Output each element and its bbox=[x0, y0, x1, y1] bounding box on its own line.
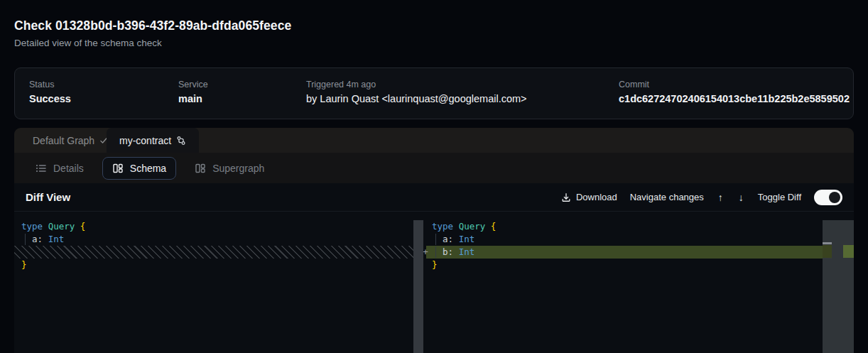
code-line: type Query { bbox=[14, 220, 423, 233]
toggle-diff-label: Toggle Diff bbox=[758, 192, 801, 202]
code-line: } bbox=[426, 259, 854, 271]
navigate-changes-label: Navigate changes bbox=[630, 192, 704, 202]
right-editor-scrollbar[interactable] bbox=[823, 220, 854, 353]
download-icon bbox=[561, 192, 571, 202]
code-line: type Query { bbox=[426, 220, 854, 233]
service-label: Service bbox=[178, 80, 208, 89]
page-title: Check 01328b0d-b396-43f2-89ab-dfda065fee… bbox=[14, 18, 291, 33]
left-editor-scrollbar[interactable] bbox=[413, 220, 423, 353]
code-line: a: Int bbox=[14, 233, 423, 246]
code-line: a: Int bbox=[426, 233, 854, 246]
page-subtitle: Detailed view of the schema check bbox=[14, 38, 162, 48]
tab-my-contract-label: my-contract bbox=[119, 135, 171, 146]
tab-supergraph[interactable]: Supergraph bbox=[185, 157, 274, 180]
download-label: Download bbox=[576, 192, 617, 202]
view-tab-bar: Details Schema Supergraph bbox=[14, 153, 854, 183]
triggered-label: Triggered 4m ago bbox=[306, 80, 527, 89]
tab-supergraph-label: Supergraph bbox=[212, 163, 264, 174]
commit-label: Commit bbox=[619, 80, 850, 89]
tab-details[interactable]: Details bbox=[26, 157, 94, 180]
tab-schema[interactable]: Schema bbox=[102, 157, 176, 180]
columns-icon bbox=[195, 163, 206, 174]
diff-editor: type Query { a: Int} type Query { a: Int… bbox=[14, 212, 854, 353]
service-value: main bbox=[178, 93, 208, 104]
diff-spacer-line bbox=[14, 246, 413, 259]
meta-status: Status Success bbox=[29, 80, 71, 104]
triggered-value: by Laurin Quast <laurinquast@googlemail.… bbox=[306, 93, 527, 104]
meta-service: Service main bbox=[178, 80, 208, 104]
diff-view-header: Diff View Download Navigate changes ↑ ↓ … bbox=[14, 183, 854, 212]
overview-ruler-tick bbox=[823, 242, 832, 244]
status-value: Success bbox=[29, 93, 71, 104]
contract-icon bbox=[176, 136, 186, 146]
tab-schema-label: Schema bbox=[130, 163, 166, 174]
added-code-line: b: Int bbox=[426, 246, 832, 259]
diff-editor-left[interactable]: type Query { a: Int} bbox=[14, 212, 423, 353]
download-button[interactable]: Download bbox=[561, 192, 617, 202]
overview-ruler-added-shadow bbox=[823, 245, 832, 258]
status-label: Status bbox=[29, 80, 71, 89]
tab-details-label: Details bbox=[53, 163, 84, 174]
columns-icon bbox=[112, 163, 124, 174]
commit-value: c1dc62724702406154013cbe11b225b2e5859502 bbox=[619, 93, 850, 104]
check-meta-card: Status Success Service main Triggered 4m… bbox=[14, 67, 854, 119]
next-change-button[interactable]: ↓ bbox=[737, 192, 745, 203]
tab-default-graph[interactable]: Default Graph bbox=[27, 128, 114, 153]
meta-commit: Commit c1dc62724702406154013cbe11b225b2e… bbox=[619, 80, 850, 104]
schema-check-panel: Default Graph my-contract Details bbox=[14, 128, 854, 353]
previous-change-button[interactable]: ↑ bbox=[717, 192, 725, 203]
diff-view-title: Diff View bbox=[26, 191, 70, 203]
graph-tab-bar: Default Graph my-contract bbox=[14, 128, 854, 153]
meta-triggered: Triggered 4m ago by Laurin Quast <laurin… bbox=[306, 80, 527, 104]
switch-knob bbox=[829, 192, 840, 203]
tab-default-graph-label: Default Graph bbox=[33, 135, 94, 146]
code-lines-left: type Query { a: Int} bbox=[14, 212, 423, 271]
list-icon bbox=[36, 163, 47, 174]
code-lines-right: type Query { a: Int b: Int} bbox=[426, 212, 854, 271]
diff-controls: Download Navigate changes ↑ ↓ Toggle Dif… bbox=[561, 190, 842, 205]
diff-editor-right[interactable]: type Query { a: Int b: Int} bbox=[426, 212, 854, 353]
toggle-diff-switch[interactable] bbox=[814, 190, 842, 205]
code-line: } bbox=[14, 259, 423, 271]
overview-ruler-added-mark bbox=[843, 245, 854, 258]
tab-my-contract[interactable]: my-contract bbox=[107, 128, 199, 153]
